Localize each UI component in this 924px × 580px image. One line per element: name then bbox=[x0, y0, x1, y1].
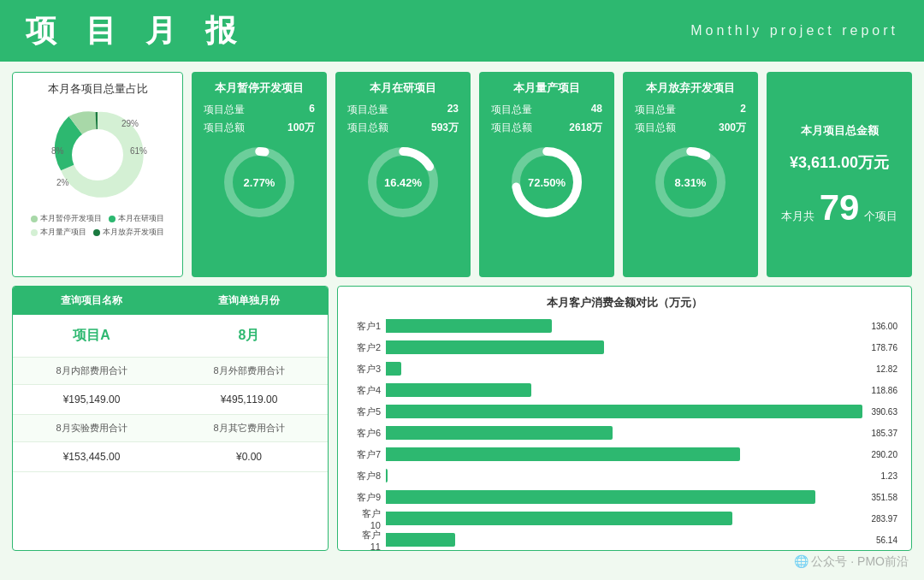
total-count-suffix: 个项目 bbox=[864, 209, 897, 224]
query-month[interactable]: 8月 bbox=[170, 315, 328, 357]
bar-label-10: 客户11 bbox=[352, 529, 381, 552]
total-count: 79 bbox=[820, 190, 860, 226]
query-data-col4: ¥0.00 bbox=[170, 442, 328, 471]
bar-row: 客户2 178.76 bbox=[352, 339, 897, 356]
watermark: 🌐 公众号 · PMO前沿 bbox=[794, 554, 909, 570]
bar-fill-3 bbox=[386, 383, 531, 397]
query-label-col4: 8月其它费用合计 bbox=[170, 415, 328, 441]
query-card: 查询项目名称 查询单独月份 项目A 8月 8月内部费用合计 8月外部费用合计 ¥… bbox=[12, 286, 329, 551]
main-content: 本月各项目总量占比 29% bbox=[0, 62, 924, 561]
stat-total-row-0: 项目总量 6 bbox=[204, 103, 315, 117]
bar-fill-0 bbox=[386, 319, 552, 333]
stat-card-title-0: 本月暂停开发项目 bbox=[215, 80, 304, 96]
stat-sum-row-2: 项目总额 2618万 bbox=[491, 121, 602, 135]
bar-label-1: 客户2 bbox=[352, 341, 381, 354]
bar-track-6 bbox=[386, 447, 862, 461]
bar-value-4: 390.63 bbox=[871, 407, 897, 417]
stat-total-row-1: 项目总量 23 bbox=[347, 103, 459, 117]
stat-card-3: 本月放弃开发项目 项目总量 2 项目总额 300万 8.31% bbox=[623, 72, 758, 277]
bar-label-4: 客户5 bbox=[352, 405, 381, 418]
donut-3: 8.31% bbox=[652, 144, 729, 221]
stat-card-1: 本月在研项目 项目总量 23 项目总额 593万 16.42% bbox=[335, 72, 471, 277]
query-label-row2: 8月实验费用合计 8月其它费用合计 bbox=[13, 415, 328, 442]
bar-track-3 bbox=[386, 383, 862, 397]
query-data-row1: ¥195,149.00 ¥495,119.00 bbox=[13, 385, 328, 415]
bar-label-6: 客户7 bbox=[352, 448, 381, 461]
bar-fill-9 bbox=[386, 512, 732, 525]
bar-label-0: 客户1 bbox=[352, 320, 381, 333]
bar-value-0: 136.00 bbox=[871, 322, 897, 331]
bar-fill-8 bbox=[386, 490, 815, 504]
query-label-col3: 8月实验费用合计 bbox=[13, 415, 170, 441]
query-project-name[interactable]: 项目A bbox=[13, 315, 170, 357]
query-project-row: 项目A 8月 bbox=[13, 315, 328, 358]
query-col2-header: 查询单独月份 bbox=[170, 287, 328, 315]
page-subtitle: Monthly project report bbox=[690, 23, 898, 38]
bar-track-0 bbox=[386, 319, 862, 333]
bar-track-8 bbox=[386, 490, 862, 504]
bar-fill-6 bbox=[386, 447, 740, 461]
stat-card-title-2: 本月量产项目 bbox=[513, 80, 580, 96]
pie-chart: 29% 8% 2% 61% bbox=[46, 104, 149, 206]
bar-row: 客户6 185.37 bbox=[352, 424, 897, 441]
total-card-title: 本月项目总金额 bbox=[801, 123, 879, 139]
bar-value-1: 178.76 bbox=[871, 343, 897, 352]
donut-1: 16.42% bbox=[364, 144, 441, 221]
bar-track-7 bbox=[386, 469, 873, 482]
bar-label-3: 客户4 bbox=[352, 384, 381, 397]
bar-row: 客户5 390.63 bbox=[352, 403, 897, 420]
svg-point-0 bbox=[72, 129, 123, 181]
bar-row: 客户9 351.58 bbox=[352, 488, 897, 506]
bar-value-5: 185.37 bbox=[871, 429, 897, 438]
bar-row: 客户8 1.23 bbox=[352, 467, 897, 484]
bar-row: 客户3 12.82 bbox=[352, 360, 897, 377]
bar-value-9: 283.97 bbox=[871, 514, 897, 524]
bar-row: 客户1 136.00 bbox=[352, 317, 897, 334]
page-title: 项 目 月 报 bbox=[26, 10, 246, 52]
stat-total-row-2: 项目总量 48 bbox=[491, 103, 602, 117]
bar-track-2 bbox=[386, 362, 868, 376]
pie-chart-card: 本月各项目总量占比 29% bbox=[12, 72, 183, 277]
total-count-row: 本月共 79 个项目 bbox=[781, 190, 898, 226]
bar-label-5: 客户6 bbox=[352, 427, 381, 440]
top-row: 本月各项目总量占比 29% bbox=[12, 72, 912, 277]
bar-fill-1 bbox=[386, 340, 604, 354]
total-card: 本月项目总金额 ¥3,611.00万元 本月共 79 个项目 bbox=[767, 72, 912, 277]
query-label-col1: 8月内部费用合计 bbox=[13, 358, 170, 384]
bar-value-3: 118.86 bbox=[871, 386, 897, 395]
bar-value-10: 56.14 bbox=[876, 536, 897, 545]
query-data-col2: ¥495,119.00 bbox=[170, 385, 328, 414]
bar-track-4 bbox=[386, 405, 862, 418]
bar-row: 客户4 118.86 bbox=[352, 382, 897, 399]
query-data-col3: ¥153,445.00 bbox=[13, 442, 170, 471]
bar-row: 客户11 56.14 bbox=[352, 531, 897, 548]
stat-card-0: 本月暂停开发项目 项目总量 6 项目总额 100万 2.77% bbox=[192, 72, 327, 277]
bar-fill-4 bbox=[386, 405, 862, 418]
query-header: 查询项目名称 查询单独月份 bbox=[13, 287, 328, 315]
bar-track-9 bbox=[386, 512, 862, 525]
stat-total-row-3: 项目总量 2 bbox=[635, 103, 746, 117]
bar-label-7: 客户8 bbox=[352, 470, 381, 482]
bar-fill-7 bbox=[386, 469, 388, 482]
bar-chart-card: 本月客户消费金额对比（万元） 客户1 136.00 客户2 178.76 客户3… bbox=[337, 286, 912, 551]
bar-label-9: 客户10 bbox=[352, 507, 381, 530]
stat-sum-row-0: 项目总额 100万 bbox=[204, 121, 315, 135]
bar-value-2: 12.82 bbox=[876, 364, 897, 374]
bar-value-8: 351.58 bbox=[871, 493, 897, 502]
bar-chart: 客户1 136.00 客户2 178.76 客户3 12.82 客户4 118.… bbox=[352, 317, 897, 548]
bar-value-6: 290.20 bbox=[871, 450, 897, 459]
bar-label-2: 客户3 bbox=[352, 363, 381, 376]
bar-track-5 bbox=[386, 426, 862, 440]
bar-fill-5 bbox=[386, 426, 613, 440]
query-data-row2: ¥153,445.00 ¥0.00 bbox=[13, 442, 328, 472]
pie-legend: 本月暂停开发项目 本月在研项目 本月量产项目 本月放弃开发项目 bbox=[21, 213, 174, 238]
stat-card-2: 本月量产项目 项目总量 48 项目总额 2618万 72.50% bbox=[479, 72, 614, 277]
stat-card-title-3: 本月放弃开发项目 bbox=[646, 80, 735, 96]
bar-fill-10 bbox=[386, 533, 455, 547]
total-amount: ¥3,611.00万元 bbox=[790, 152, 889, 173]
stat-card-title-1: 本月在研项目 bbox=[370, 80, 436, 96]
bottom-row: 查询项目名称 查询单独月份 项目A 8月 8月内部费用合计 8月外部费用合计 ¥… bbox=[12, 286, 912, 551]
bar-fill-2 bbox=[386, 362, 401, 376]
total-count-prefix: 本月共 bbox=[781, 209, 814, 224]
bar-row: 客户10 283.97 bbox=[352, 510, 897, 527]
